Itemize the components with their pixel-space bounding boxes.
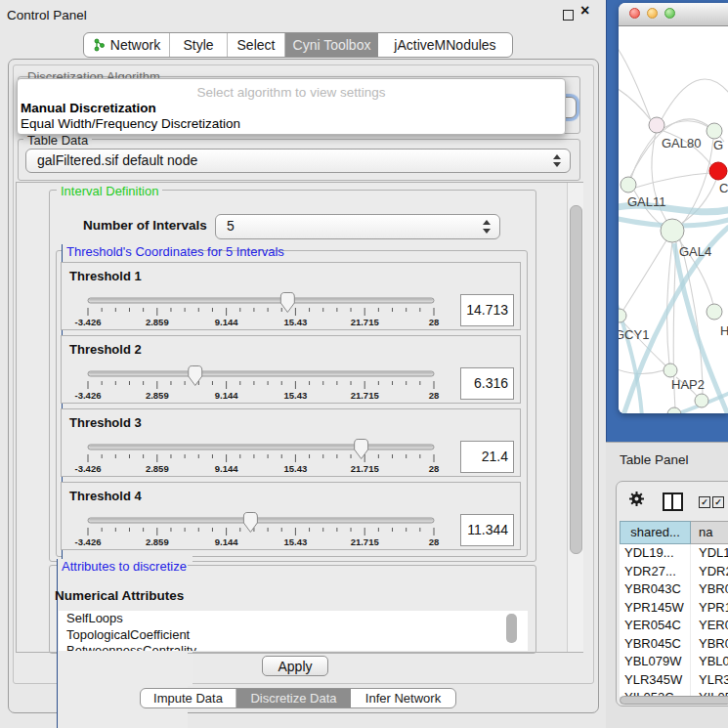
cell-shared-name: YLR345W: [620, 671, 691, 690]
column-header-shared-name[interactable]: shared...: [620, 521, 691, 544]
threshold-label: Threshold 1: [69, 269, 142, 283]
table-panel: ✓ ✓ shared... na YDL19...YDL19...YDR27..…: [616, 481, 728, 707]
cell-shared-name: YDR27...: [620, 563, 691, 581]
network-icon: [93, 38, 106, 52]
edge: [619, 44, 651, 120]
desktop: GAL80GCGAL11GAL4HGCY1HAP2 Table Panel ✓ …: [606, 0, 728, 728]
table-row[interactable]: YBR043CYBR043C: [620, 580, 728, 599]
tab-select[interactable]: Select: [227, 33, 284, 57]
column-header-name[interactable]: na: [691, 521, 728, 544]
minimize-window-icon[interactable]: [647, 8, 658, 19]
table-row[interactable]: YPR145WYPR145W: [620, 599, 728, 618]
table-data-combobox[interactable]: galFiltered.sif default node: [25, 149, 571, 173]
checkbox-icon[interactable]: ✓: [699, 496, 710, 508]
svg-text:-3.426: -3.426: [75, 463, 102, 474]
network-window-titlebar[interactable]: [619, 3, 728, 26]
table-row[interactable]: YER054CYER054C: [620, 617, 728, 635]
stepper-up-icon: [483, 220, 491, 225]
threshold-slider[interactable]: -3.4262.8599.14415.4321.71528: [81, 511, 492, 550]
svg-text:28: 28: [429, 536, 440, 547]
table-row[interactable]: YBL079WYBL079W: [620, 653, 728, 671]
tab-cyni-toolbox[interactable]: Cyni Toolbox: [284, 33, 378, 57]
stepper-down-icon: [553, 162, 561, 167]
node-label: GAL4: [679, 244, 711, 259]
cell-name: YER054C: [691, 617, 728, 635]
table-row[interactable]: YBR045CYBR045C: [620, 635, 728, 654]
cell-shared-name: YER054C: [620, 617, 691, 635]
network-node[interactable]: [695, 394, 708, 407]
network-window: GAL80GCGAL11GAL4HGCY1HAP2: [619, 3, 728, 413]
list-scrollbar-thumb[interactable]: [506, 614, 517, 643]
tab-style[interactable]: Style: [169, 33, 227, 57]
list-item[interactable]: BetweennessCentrality: [59, 643, 528, 651]
algorithm-dropdown-item[interactable]: Manual Discretization: [18, 101, 565, 116]
float-icon[interactable]: [563, 10, 574, 21]
vertical-scrollbar[interactable]: [567, 183, 583, 652]
network-node[interactable]: [664, 364, 677, 377]
stepper-up-icon: [553, 154, 561, 159]
attributes-list[interactable]: SelfLoopsTopologicalCoefficientBetweenne…: [59, 611, 528, 651]
columns-icon[interactable]: [663, 492, 683, 511]
cell-name: YDR27...: [691, 563, 728, 581]
edge: [619, 87, 651, 120]
control-panel: Control Panel × NetworkStyleSelectCyni T…: [0, 0, 606, 728]
network-node[interactable]: [709, 162, 727, 180]
close-icon[interactable]: ×: [580, 2, 589, 20]
node-label: HAP2: [671, 377, 705, 392]
network-node[interactable]: [667, 407, 681, 413]
intervals-combobox-value: 5: [227, 215, 235, 237]
svg-text:21.715: 21.715: [351, 463, 380, 474]
network-node[interactable]: [649, 117, 664, 133]
bottom-tabs: Impute DataDiscretize DataInfer Network: [140, 688, 456, 708]
threshold-slider[interactable]: -3.4262.8599.14415.4321.71528: [81, 291, 492, 330]
svg-text:-3.426: -3.426: [75, 317, 102, 327]
threshold-label: Threshold 4: [69, 489, 142, 503]
svg-text:9.144: 9.144: [215, 390, 238, 401]
cell-shared-name: YDL19...: [620, 544, 691, 563]
interval-definition-label: Interval Definition: [57, 184, 162, 198]
gear-icon[interactable]: [628, 491, 645, 507]
slider-thumb: [355, 440, 368, 459]
svg-text:21.715: 21.715: [351, 536, 380, 547]
network-node[interactable]: [707, 123, 722, 139]
apply-button[interactable]: Apply: [262, 656, 328, 676]
network-node[interactable]: [619, 309, 626, 322]
edge: [635, 173, 710, 188]
tab-discretize-data[interactable]: Discretize Data: [236, 689, 351, 707]
horizontal-scrollbar-thumb[interactable]: [620, 696, 728, 705]
network-node[interactable]: [661, 219, 684, 242]
tab-infer-network[interactable]: Infer Network: [351, 689, 455, 707]
numerical-attributes-label: Numerical Attributes: [55, 588, 184, 603]
svg-text:2.859: 2.859: [146, 390, 169, 401]
network-canvas[interactable]: GAL80GCGAL11GAL4HGCY1HAP2: [619, 26, 728, 413]
number-of-intervals-label: Number of Intervals: [83, 218, 207, 233]
network-node[interactable]: [621, 177, 636, 193]
threshold-slider[interactable]: -3.4262.8599.14415.4321.71528: [81, 364, 492, 404]
cell-name: YBR043C: [691, 580, 728, 599]
table-row[interactable]: YDR27...YDR27...: [620, 563, 728, 581]
threshold-slider[interactable]: -3.4262.8599.14415.4321.71528: [81, 438, 492, 477]
zoom-window-icon[interactable]: [664, 8, 675, 19]
tab-impute-data[interactable]: Impute Data: [141, 689, 236, 707]
algorithm-dropdown: Select algorithm to view settings Manual…: [17, 78, 566, 135]
svg-text:28: 28: [429, 390, 440, 401]
cell-shared-name: YBR043C: [620, 580, 691, 599]
edge: [631, 133, 657, 178]
table-row[interactable]: YDL19...YDL19...: [620, 544, 728, 563]
checkbox-icon[interactable]: ✓: [712, 496, 724, 508]
svg-text:-3.426: -3.426: [75, 390, 102, 401]
vertical-scrollbar-thumb[interactable]: [570, 205, 582, 554]
close-window-icon[interactable]: [629, 8, 640, 19]
network-node[interactable]: [707, 304, 722, 320]
list-item[interactable]: SelfLoops: [59, 611, 528, 627]
tab-network[interactable]: Network: [84, 33, 169, 57]
cell-shared-name: YBR045C: [620, 635, 691, 654]
algorithm-dropdown-item[interactable]: Equal Width/Frequency Discretization: [18, 116, 565, 132]
tab-label: Style: [183, 37, 213, 53]
table-row[interactable]: YLR345WYLR345W: [620, 671, 728, 690]
list-item[interactable]: TopologicalCoefficient: [59, 627, 528, 644]
tab-jactivemnodules[interactable]: jActiveMNodules: [378, 33, 512, 57]
cell-shared-name: YBL079W: [620, 653, 691, 671]
threshold-block: Threshold 321.4-3.4262.8599.14415.4321.7…: [61, 408, 521, 477]
intervals-combobox[interactable]: 5: [215, 214, 500, 239]
